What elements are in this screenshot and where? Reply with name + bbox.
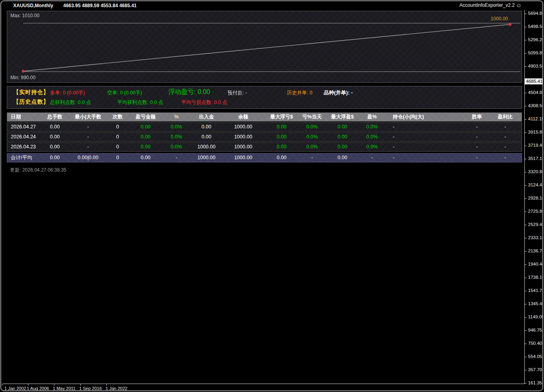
time-tick [54, 384, 54, 386]
table-cell: 0.0% [300, 123, 324, 131]
price-tick-label: 2333.10 [528, 235, 543, 240]
table-cell: 0.00 [324, 133, 361, 141]
table-cell: 0.00 [263, 154, 300, 162]
price-tick-label: 5694.85 [528, 11, 543, 16]
table-cell: 0.00 [324, 123, 361, 131]
price-tick [524, 185, 526, 186]
time-tick [80, 384, 81, 386]
history-merged-orders-value: 历史并单: 0 [287, 90, 312, 96]
mt4-chart-window: XAUUSD,Monthly 4663.95 4889.59 4553.84 4… [0, 0, 543, 391]
table-cell: - [465, 154, 489, 162]
ea-name-label: AccountInfoExporter_v2.2 [460, 2, 515, 8]
time-tick [28, 384, 28, 386]
table-cell: 次数 [107, 113, 128, 121]
table-cell: 0.00 [263, 143, 300, 151]
table-cell: 1000.00 [190, 154, 223, 162]
avg-loss-points-value: 平均亏损点数: 0.0 点 [181, 99, 227, 106]
equity-min-label: Min: 990.00 [10, 75, 36, 80]
table-cell: 0 [107, 133, 128, 141]
price-tick [524, 264, 526, 265]
price-tick [524, 132, 526, 133]
table-cell: 0.0% [361, 143, 383, 151]
table-cell: 总手数 [41, 113, 69, 121]
table-cell: 1000.00 [223, 123, 263, 131]
time-tick [2, 384, 2, 386]
price-tick [524, 317, 526, 318]
table-cell: 日期 [7, 113, 41, 121]
table-cell: 盈% [361, 113, 383, 121]
table-cell: 0.00 [41, 123, 69, 131]
table-cell: 持仓(小|均|大) [383, 113, 465, 121]
ohlc-values: 4663.95 4889.59 4553.84 4685.41 [63, 3, 137, 8]
price-tick-label: 3124.45 [528, 182, 543, 187]
total-profit-points-value: 总获利点数: 0.0 点 [50, 99, 91, 106]
table-cell: - [465, 143, 489, 151]
time-tick-label: 1 Jan 2022 [106, 386, 127, 391]
table-cell: 1000.00 [223, 133, 263, 141]
price-tick [524, 159, 526, 159]
history-points-section-label: 【历史点数】 [13, 98, 49, 106]
table-row: 2026.04.270.00-00.000.0%0.001000.000.000… [7, 122, 522, 132]
price-tick [524, 251, 526, 252]
table-cell: 盈利比 [489, 113, 522, 121]
symbol-period-label: XAUUSD,Monthly [13, 3, 53, 8]
price-tick-label: 2928.10 [528, 196, 543, 200]
price-tick-label: 1541.75 [528, 288, 543, 293]
table-cell: 0.00 [41, 133, 69, 141]
price-tick [524, 119, 526, 120]
price-tick-label: 4903.50 [528, 64, 543, 68]
table-cell: 1000.00 [223, 143, 263, 151]
price-tick [524, 304, 526, 304]
table-cell: 2026.04.23 [7, 143, 41, 151]
equity-end-dot [509, 23, 512, 26]
table-cell: 2026.04.27 [7, 123, 41, 131]
equity-chart-panel[interactable]: Max: 1010.00 Min: 990.00 1000.00 [7, 11, 522, 83]
time-tick-label: 1 Aug 2006 [27, 386, 49, 391]
price-tick [524, 291, 526, 291]
ea-smiley-icon: ☺ [516, 2, 522, 8]
time-tick-label: 1 Jan 2002 [4, 386, 26, 391]
price-tick-label: 2529.45 [528, 222, 543, 227]
table-cell: 0.00 [128, 154, 163, 162]
price-tick [524, 27, 526, 27]
merged-symbol-value: 品种(并单): - [324, 89, 353, 96]
price-tick-label: 946.75 [528, 328, 542, 332]
floating-pnl-value: 浮动盈亏: 0.00 [168, 88, 210, 96]
table-cell: 0.0% [361, 133, 383, 141]
price-tick-label: 1738.10 [528, 275, 543, 280]
price-scale[interactable]: 5694.855498.505296.205099.854903.504504.… [524, 1, 543, 391]
table-cell: 0.0% [163, 123, 190, 131]
table-cell: 0.00 [324, 154, 361, 162]
table-row: 2026.04.240.00-00.000.0%0.001000.000.000… [7, 132, 522, 142]
price-tick-label: 750.40 [528, 341, 542, 346]
table-cell: 出入金 [190, 113, 223, 121]
table-header-row: 日期总手数最小|大手数次数盈亏金额%出入金余额最大浮亏$亏%当天最大浮盈$盈%持… [7, 112, 522, 122]
realtime-position-section-label: 【实时持仓】 [13, 89, 49, 96]
table-cell: - [489, 133, 522, 141]
price-tick [524, 357, 526, 357]
table-cell: 0.00 [41, 154, 69, 162]
price-tick-label: 4504.85 [528, 90, 543, 95]
price-tick-label: 3517.15 [528, 156, 543, 161]
table-cell: - [465, 133, 489, 141]
price-tick [524, 53, 526, 54]
table-cell: - [69, 133, 107, 141]
chart-title-bar: XAUUSD,Monthly 4663.95 4889.59 4553.84 4… [1, 1, 542, 10]
equity-start-dot [22, 70, 25, 73]
table-cell: 1000.00 [190, 143, 223, 151]
price-tick [524, 106, 526, 106]
equity-last-value-label: 1000.00 [491, 16, 508, 22]
time-axis[interactable]: 1 Jan 20021 Aug 20061 May 20111 Sep 2016… [1, 384, 543, 391]
equity-line [23, 24, 510, 71]
time-tick-label: 1 May 2011 [53, 386, 76, 391]
table-cell: 2026.04.24 [7, 133, 41, 141]
short-orders-value: 空单: 0 (0.00手) [107, 90, 142, 96]
table-cell: 0 [107, 143, 128, 151]
table-cell: 0.00 [263, 123, 300, 131]
price-tick-label: 1149.05 [528, 314, 543, 319]
table-cell: % [163, 113, 190, 121]
table-cell: - [383, 123, 465, 131]
table-cell: 0.0% [361, 123, 383, 131]
price-tick-label: 554.05 [528, 354, 542, 359]
table-cell: 最小|大手数 [69, 113, 107, 121]
